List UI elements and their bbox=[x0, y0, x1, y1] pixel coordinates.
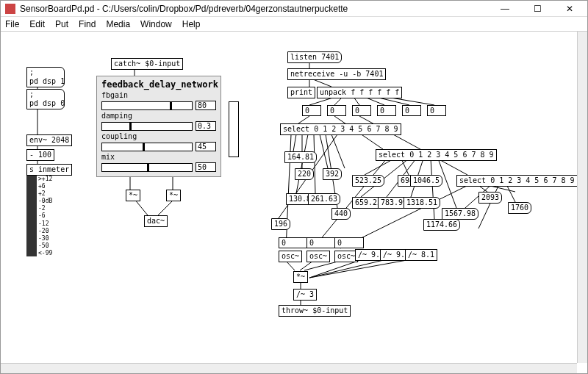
minimize-button[interactable]: — bbox=[492, 1, 518, 16]
vu-tick: -30 bbox=[38, 235, 52, 242]
msg-440[interactable]: 440 bbox=[331, 208, 351, 220]
object-select-1[interactable]: select 0 1 2 3 4 5 6 7 8 9 bbox=[280, 123, 401, 135]
object-unpack[interactable]: unpack f f f f f f bbox=[317, 87, 402, 98]
object-select-2[interactable]: select 0 1 2 3 4 5 6 7 8 9 bbox=[376, 149, 497, 161]
msg-1318[interactable]: 1318.51 bbox=[404, 197, 440, 209]
patch-canvas[interactable]: ; pd dsp 1 ; pd dsp 0 env~ 2048 - 100 s … bbox=[1, 32, 587, 373]
object-throw[interactable]: throw~ $0-input bbox=[279, 305, 351, 317]
object-netreceive[interactable]: netreceive -u -b 7401 bbox=[287, 68, 386, 80]
object-dac[interactable]: dac~ bbox=[144, 215, 168, 227]
svg-line-31 bbox=[401, 159, 409, 175]
object-osc-1[interactable]: osc~ bbox=[279, 251, 302, 262]
fdn-title: feedback_delay_network bbox=[101, 79, 216, 90]
mix-slider[interactable] bbox=[101, 163, 193, 172]
numbox-0f[interactable]: 0 bbox=[427, 105, 446, 116]
menu-edit[interactable]: Edit bbox=[29, 19, 45, 29]
object-env[interactable]: env~ 2048 bbox=[26, 134, 72, 146]
object-multiply-1[interactable]: *~ bbox=[126, 190, 140, 201]
fbgain-slider[interactable] bbox=[101, 101, 193, 110]
svg-line-23 bbox=[296, 134, 308, 193]
numbox-osc2-freq[interactable]: 0 bbox=[306, 237, 336, 248]
menu-file[interactable]: File bbox=[5, 19, 19, 29]
menu-find[interactable]: Find bbox=[79, 19, 96, 29]
vu-tick: -20 bbox=[38, 228, 52, 234]
vu-tick: -2 bbox=[38, 205, 52, 212]
scrollbar-horizontal[interactable] bbox=[1, 363, 577, 373]
menubar: File Edit Put Find Media Window Help bbox=[1, 17, 587, 32]
fdn-subpatch[interactable]: feedback_delay_network fbgain 80 damping… bbox=[96, 76, 221, 177]
msg-392[interactable]: 392 bbox=[323, 168, 342, 180]
object-div-3[interactable]: /~ 3 bbox=[293, 289, 317, 301]
app-window: SensorBoardPd.pd - C:/Users/colin/Dropbo… bbox=[0, 0, 588, 374]
svg-line-25 bbox=[320, 134, 328, 168]
vu-meter: >+12 +6 +2 -0dB -2 -6 -12 -20 -30 -50 <-… bbox=[26, 176, 52, 256]
svg-line-17 bbox=[298, 116, 309, 123]
pd-app-icon bbox=[5, 4, 15, 14]
object-print[interactable]: print bbox=[287, 87, 315, 98]
svg-line-7 bbox=[158, 199, 174, 215]
svg-line-6 bbox=[135, 199, 148, 215]
msg-220[interactable]: 220 bbox=[295, 168, 314, 180]
msg-523[interactable]: 523.25 bbox=[352, 175, 384, 187]
vu-tick: -0dB bbox=[38, 198, 52, 204]
msg-196[interactable]: 196 bbox=[271, 218, 290, 230]
coupling-label: coupling bbox=[101, 132, 216, 140]
fbgain-label: fbgain bbox=[101, 91, 216, 99]
array-graph[interactable] bbox=[229, 101, 239, 157]
menu-help[interactable]: Help bbox=[182, 19, 201, 29]
object-catch[interactable]: catch~ $0-input bbox=[111, 58, 183, 70]
coupling-value[interactable]: 45 bbox=[196, 142, 216, 151]
message-dsp-1[interactable]: ; pd dsp 1 bbox=[26, 67, 65, 87]
damping-slider[interactable] bbox=[101, 122, 193, 131]
numbox-0a[interactable]: 0 bbox=[302, 105, 321, 116]
msg-1760[interactable]: 1760 bbox=[508, 202, 531, 214]
svg-line-41 bbox=[478, 184, 499, 229]
vu-tick: <-99 bbox=[38, 250, 52, 256]
msg-2093[interactable]: 2093 bbox=[478, 192, 502, 204]
vu-scale: >+12 +6 +2 -0dB -2 -6 -12 -20 -30 -50 <-… bbox=[38, 176, 52, 256]
window-title: SensorBoardPd.pd - C:/Users/colin/Dropbo… bbox=[20, 4, 492, 14]
numbox-0e[interactable]: 0 bbox=[402, 105, 421, 116]
mix-value[interactable]: 50 bbox=[196, 162, 216, 172]
coupling-slider[interactable] bbox=[101, 143, 193, 151]
vu-tick: -6 bbox=[38, 212, 52, 219]
vu-tick: +6 bbox=[38, 183, 52, 190]
svg-line-21 bbox=[293, 134, 296, 151]
svg-line-27 bbox=[331, 134, 345, 168]
object-div-81[interactable]: /~ 8.1 bbox=[405, 249, 437, 261]
msg-261[interactable]: 261.63 bbox=[308, 193, 340, 205]
vu-bar bbox=[26, 176, 37, 256]
msg-164[interactable]: 164.81 bbox=[284, 151, 317, 163]
menu-media[interactable]: Media bbox=[106, 19, 130, 29]
fbgain-value[interactable]: 80 bbox=[196, 101, 216, 110]
message-listen[interactable]: listen 7401 bbox=[287, 51, 342, 63]
scrollbar-vertical[interactable] bbox=[577, 32, 587, 363]
vu-tick: -12 bbox=[38, 220, 52, 227]
numbox-0b[interactable]: 0 bbox=[327, 105, 346, 116]
object-osc-2[interactable]: osc~ bbox=[306, 251, 330, 262]
svg-line-42 bbox=[506, 184, 515, 202]
svg-line-24 bbox=[314, 134, 315, 193]
menu-window[interactable]: Window bbox=[140, 19, 172, 29]
svg-line-30 bbox=[365, 159, 394, 175]
damping-value[interactable]: 0.3 bbox=[196, 121, 216, 131]
numbox-osc3-freq[interactable]: 0 bbox=[334, 237, 364, 248]
object-send-inmeter[interactable]: s inmeter bbox=[26, 164, 72, 176]
message-dsp-0[interactable]: ; pd dsp 0 bbox=[26, 89, 65, 109]
msg-1174[interactable]: 1174.66 bbox=[423, 219, 460, 231]
numbox-osc1-freq[interactable]: 0 bbox=[279, 237, 308, 248]
menu-put[interactable]: Put bbox=[55, 19, 68, 29]
msg-1567[interactable]: 1567.98 bbox=[442, 208, 478, 220]
numbox-0c[interactable]: 0 bbox=[352, 105, 371, 116]
mix-label: mix bbox=[101, 153, 216, 161]
titlebar: SensorBoardPd.pd - C:/Users/colin/Dropbo… bbox=[1, 1, 587, 17]
object-multiply-3[interactable]: *~ bbox=[293, 271, 308, 283]
close-button[interactable]: ✕ bbox=[556, 1, 583, 16]
msg-1046[interactable]: 1046.5 bbox=[410, 175, 442, 187]
object-minus-100[interactable]: - 100 bbox=[26, 149, 54, 161]
object-select-3[interactable]: select 0 1 2 3 4 5 6 7 8 9 bbox=[456, 175, 578, 187]
svg-line-35 bbox=[431, 159, 434, 219]
object-multiply-2[interactable]: *~ bbox=[166, 190, 181, 201]
maximize-button[interactable]: ☐ bbox=[524, 1, 551, 16]
numbox-0d[interactable]: 0 bbox=[377, 105, 396, 116]
